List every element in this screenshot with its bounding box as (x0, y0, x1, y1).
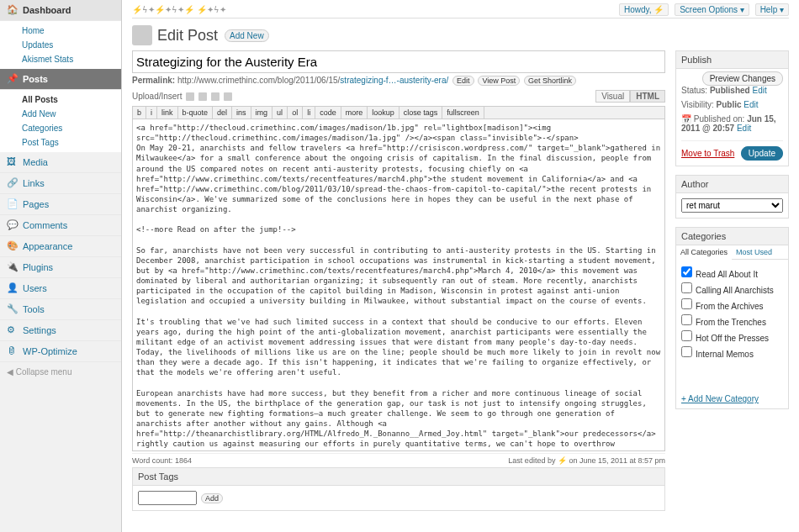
tb-ul[interactable]: ul (273, 107, 288, 119)
move-to-trash[interactable]: Move to Trash (681, 149, 734, 158)
permalink-row: Permalink: http://www.crimethinc.com/blo… (132, 76, 665, 85)
dashboard-submenu: Home Updates Akismet Stats (0, 21, 121, 69)
tb-img[interactable]: img (251, 107, 273, 119)
menu-links[interactable]: 🔗Links (0, 173, 121, 194)
get-shortlink-button[interactable]: Get Shortlink (524, 76, 576, 86)
page-title: Edit Post (157, 27, 218, 45)
tb-lookup[interactable]: lookup (368, 107, 400, 119)
help[interactable]: Help ▾ (755, 3, 789, 16)
menu-dashboard[interactable]: 🏠Dashboard (0, 0, 121, 21)
home-icon: 🏠 (7, 4, 19, 16)
cat-2[interactable]: From the Archives (681, 297, 783, 313)
media-icon: 🖼 (7, 156, 19, 168)
cat-4[interactable]: Hot Off the Presses (681, 329, 783, 345)
submenu-post-tags[interactable]: Post Tags (0, 135, 121, 150)
post-tags-box: Post Tags Add (132, 467, 665, 511)
edit-visibility[interactable]: Edit (743, 100, 758, 109)
main-content: ⚡ϟ✦⚡✦ϟ✦⚡ ⚡✦ϟ✦ Howdy, ⚡ Screen Options ▾ … (122, 0, 799, 532)
add-media-icon[interactable] (224, 92, 232, 101)
add-audio-icon[interactable] (211, 92, 220, 101)
edit-slug-button[interactable]: Edit (452, 76, 474, 86)
menu-posts[interactable]: 📌Posts (0, 69, 121, 90)
publish-box: Publish Preview Changes Status: Publishe… (675, 50, 789, 166)
users-icon: 👤 (7, 282, 19, 294)
tb-code[interactable]: code (315, 107, 341, 119)
menu-media[interactable]: 🖼Media (0, 152, 121, 173)
preview-button[interactable]: Preview Changes (702, 71, 783, 86)
edit-status[interactable]: Edit (753, 86, 767, 95)
submenu-add-new[interactable]: Add New (0, 107, 121, 121)
tb-b[interactable]: b (133, 107, 146, 119)
submenu-categories[interactable]: Categories (0, 121, 121, 135)
cat-tab-most[interactable]: Most Used (732, 245, 776, 259)
menu-pages[interactable]: 📄Pages (0, 194, 121, 215)
settings-icon: ⚙ (7, 324, 19, 336)
categories-box: Categories All Categories Most Used Read… (675, 227, 789, 409)
view-post-button[interactable]: View Post (478, 76, 520, 86)
tb-del[interactable]: del (213, 107, 232, 119)
links-icon: 🔗 (7, 177, 19, 189)
submenu-updates[interactable]: Updates (0, 38, 121, 52)
update-button[interactable]: Update (741, 146, 783, 161)
tb-ins[interactable]: ins (232, 107, 251, 119)
html-tab[interactable]: HTML (630, 90, 665, 103)
cat-tab-all[interactable]: All Categories (676, 245, 732, 260)
collapse-menu[interactable]: ◀ Collapse menu (0, 362, 121, 382)
tb-link[interactable]: link (157, 107, 178, 119)
submenu-home[interactable]: Home (0, 24, 121, 38)
howdy[interactable]: Howdy, ⚡ (619, 3, 669, 16)
author-select[interactable]: ret marut (681, 198, 783, 213)
menu-plugins[interactable]: 🔌Plugins (0, 257, 121, 278)
tb-bquote[interactable]: b-quote (178, 107, 214, 119)
cat-5[interactable]: Internal Memos (681, 345, 783, 361)
add-image-icon[interactable] (186, 92, 194, 101)
submenu-akismet[interactable]: Akismet Stats (0, 52, 121, 66)
posts-submenu: All Posts Add New Categories Post Tags (0, 90, 121, 152)
screen-options[interactable]: Screen Options ▾ (675, 3, 749, 16)
top-bar: ⚡ϟ✦⚡✦ϟ✦⚡ ⚡✦ϟ✦ Howdy, ⚡ Screen Options ▾ … (132, 5, 789, 18)
upload-label: Upload/Insert (132, 92, 182, 101)
tb-i[interactable]: i (146, 107, 157, 119)
permalink-slug[interactable]: strategizing-f…-austerity-era/ (340, 76, 448, 85)
pin-icon: 📌 (7, 73, 19, 85)
admin-sidebar: 🏠Dashboard Home Updates Akismet Stats 📌P… (0, 0, 122, 532)
site-title[interactable]: ⚡ϟ✦⚡✦ϟ✦⚡ ⚡✦ϟ✦ (132, 5, 226, 14)
word-count: 1864 (175, 456, 192, 465)
add-new-button[interactable]: Add New (225, 29, 269, 42)
tb-more[interactable]: more (341, 107, 368, 119)
post-icon (132, 25, 152, 45)
visual-tab[interactable]: Visual (595, 90, 630, 103)
tb-fullscreen[interactable]: fullscreen (442, 107, 484, 119)
add-video-icon[interactable] (198, 92, 207, 101)
tag-input[interactable] (138, 491, 197, 505)
menu-users[interactable]: 👤Users (0, 278, 121, 299)
db-icon: 🛢 (7, 345, 19, 357)
add-tag-button[interactable]: Add (201, 493, 223, 503)
plugins-icon: 🔌 (7, 261, 19, 273)
comments-icon: 💬 (7, 219, 19, 231)
tb-close-tags[interactable]: close tags (400, 107, 443, 119)
menu-comments[interactable]: 💬Comments (0, 215, 121, 236)
cat-1[interactable]: Calling All Anarchists (681, 281, 783, 297)
tools-icon: 🔧 (7, 303, 19, 315)
author-box: Author ret marut (675, 175, 789, 219)
submenu-all-posts[interactable]: All Posts (0, 92, 121, 107)
cat-0[interactable]: Read All About It (681, 265, 783, 281)
pages-icon: 📄 (7, 198, 19, 210)
cat-3[interactable]: From the Trenches (681, 313, 783, 329)
page-header: Edit Post Add New (132, 25, 789, 45)
html-toolbar: b i link b-quote del ins img ul ol li co… (132, 106, 665, 119)
content-editor[interactable]: <a href="http://thecloud.crimethinc.com/… (132, 119, 665, 451)
appearance-icon: 🎨 (7, 240, 19, 252)
post-title-input[interactable] (132, 50, 665, 73)
tb-ol[interactable]: ol (288, 107, 303, 119)
last-edited: Last edited by ⚡ on June 15, 2011 at 8:5… (508, 456, 665, 465)
menu-appearance[interactable]: 🎨Appearance (0, 236, 121, 257)
add-category[interactable]: + Add New Category (681, 394, 759, 403)
tb-li[interactable]: li (303, 107, 315, 119)
menu-tools[interactable]: 🔧Tools (0, 299, 121, 320)
menu-settings[interactable]: ⚙Settings (0, 320, 121, 341)
menu-wp-optimize[interactable]: 🛢WP-Optimize (0, 341, 121, 362)
edit-date[interactable]: Edit (737, 124, 751, 133)
